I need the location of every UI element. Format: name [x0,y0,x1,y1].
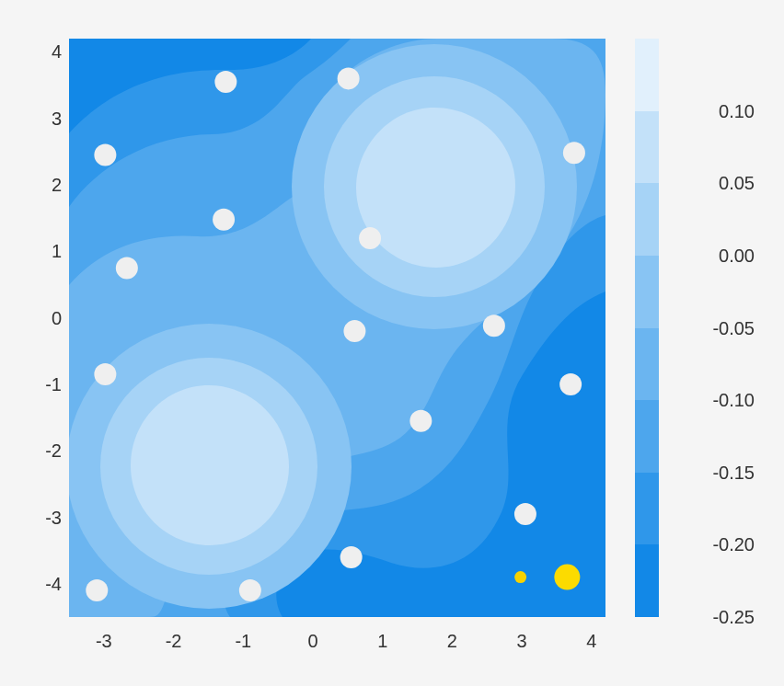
colorbar-tick-label: -0.20 [672,534,755,555]
colorbar-segment [635,256,659,328]
scatter-point [338,67,360,89]
scatter-point [359,227,381,249]
colorbar-segment [635,473,659,545]
scatter-point [514,571,526,583]
colorbar-tick-label: -0.10 [672,390,755,411]
colorbar-segment [635,544,659,617]
scatter-point [94,363,116,385]
colorbar-tick-label: 0.10 [672,100,755,121]
colorbar-segment [635,400,659,473]
y-tick-label: -2 [20,440,62,462]
scatter-point [554,565,580,590]
y-tick-label: 2 [20,175,62,196]
y-tick-label: -1 [20,373,62,394]
colorbar-segment [635,39,659,111]
x-tick-label: 2 [429,631,475,652]
x-tick-label: 4 [569,631,615,652]
plot-area [69,39,605,617]
scatter-point [116,257,138,279]
scatter-point [559,373,582,395]
y-tick-label: 3 [20,108,62,129]
scatter-point [86,579,108,601]
colorbar-tick-label: 0.00 [672,245,755,266]
y-tick-label: -4 [20,573,62,594]
y-tick-label: 1 [20,241,62,262]
scatter-point [409,410,432,432]
scatter-point [563,142,585,164]
scatter-point [213,209,235,231]
scatter-point [94,144,116,166]
x-tick-label: 1 [360,631,406,652]
y-tick-label: 4 [20,41,62,63]
x-tick-label: 3 [499,631,545,652]
scatter-point [343,320,365,342]
scatter-point [214,71,236,93]
contour-level-0.05-lower [131,385,289,545]
x-tick-label: -2 [151,631,197,652]
colorbar-tick-label: -0.25 [672,607,755,628]
contour-level-0.05-upper [356,108,515,268]
x-tick-label: -3 [81,631,127,652]
colorbar-segment [635,111,659,184]
colorbar-tick-label: 0.05 [672,173,755,194]
scatter-point [340,546,363,568]
y-tick-label: 0 [20,307,62,328]
scatter-point [514,503,536,525]
scatter-point [483,314,505,337]
y-tick-label: -3 [20,507,62,528]
x-tick-label: 0 [290,631,336,652]
scatter-point [239,579,261,601]
plot-svg [69,39,605,617]
colorbar-segment [635,328,659,401]
colorbar [635,39,659,617]
colorbar-segment [635,183,659,256]
colorbar-tick-label: -0.05 [672,317,755,338]
chart-frame: -3-2-101234 -4-3-2-101234 0.100.050.00-0… [0,0,784,686]
colorbar-tick-label: -0.15 [672,462,755,483]
x-tick-label: -1 [220,631,266,652]
